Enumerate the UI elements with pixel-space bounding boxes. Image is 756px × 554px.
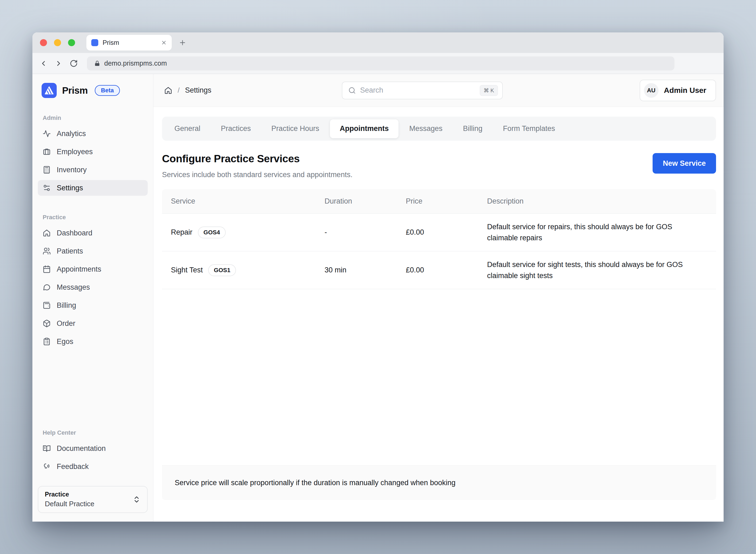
wallet-icon [43, 301, 51, 310]
section-label-help-center: Help Center [38, 429, 148, 436]
practice-selector-value: Default Practice [45, 500, 132, 508]
tab-billing[interactable]: Billing [453, 119, 492, 138]
settings-tabs: General Practices Practice Hours Appoint… [162, 117, 716, 141]
main-area: / Settings ⌘ K AU Admin User General Pra… [153, 74, 723, 521]
home-icon [43, 229, 51, 237]
table-header-row: Service Duration Price Description [162, 189, 716, 214]
tab-general[interactable]: General [165, 119, 210, 138]
column-duration: Duration [316, 197, 397, 206]
service-duration: 30 min [316, 266, 397, 274]
chevrons-up-down-icon [132, 495, 141, 503]
tab-form-templates[interactable]: Form Templates [493, 119, 565, 138]
user-menu-button[interactable]: AU Admin User [640, 79, 716, 101]
section-label-admin: Admin [38, 114, 148, 121]
service-description: Default service for repairs, this should… [478, 214, 692, 251]
sidebar-item-settings[interactable]: Settings [38, 180, 148, 196]
table-row[interactable]: Repair GOS4 - £0.00 Default service for … [162, 214, 716, 252]
sidebar-item-analytics[interactable]: Analytics [38, 126, 148, 142]
breadcrumb: / Settings [164, 86, 211, 95]
settings-content: General Practices Practice Hours Appoint… [153, 107, 723, 521]
clipboard-icon [43, 337, 51, 345]
main-header: / Settings ⌘ K AU Admin User [153, 74, 723, 107]
service-description: Default service for sight tests, this sh… [478, 252, 692, 288]
service-price: £0.00 [397, 228, 478, 236]
page-head: Configure Practice Services Services inc… [162, 153, 716, 179]
lock-icon [94, 60, 100, 67]
app-logo: Prism Beta [38, 82, 148, 98]
browser-tab-strip: Prism [33, 33, 723, 53]
service-name: Sight Test [171, 266, 203, 274]
app-name: Prism [62, 85, 88, 96]
tab-practices[interactable]: Practices [211, 119, 261, 138]
new-tab-icon[interactable] [179, 39, 186, 46]
table-row[interactable]: Sight Test GOS1 30 min £0.00 Default ser… [162, 252, 716, 289]
search-box[interactable]: ⌘ K [342, 81, 503, 99]
beta-badge: Beta [95, 85, 120, 96]
search-icon [348, 87, 356, 94]
tab-appointments[interactable]: Appointments [330, 119, 398, 138]
forward-icon[interactable] [55, 59, 63, 67]
tab-close-icon[interactable] [161, 40, 167, 46]
section-label-practice: Practice [38, 214, 148, 221]
avatar: AU [644, 83, 658, 98]
search-input[interactable] [360, 86, 476, 95]
column-service: Service [162, 197, 316, 206]
package-icon [43, 319, 51, 328]
sidebar-item-documentation[interactable]: Documentation [38, 441, 148, 456]
sliders-icon [43, 184, 51, 192]
back-icon[interactable] [40, 59, 48, 67]
search-shortcut-badge: ⌘ K [480, 85, 498, 96]
service-name: Repair [171, 228, 193, 236]
user-name: Admin User [664, 86, 706, 95]
service-price: £0.00 [397, 266, 478, 274]
sidebar-item-messages[interactable]: Messages [38, 279, 148, 295]
service-duration: - [316, 228, 397, 236]
book-open-icon [43, 444, 51, 452]
page-title: Configure Practice Services [162, 153, 353, 165]
practice-selector-label: Practice [45, 491, 132, 498]
prism-logo-icon [42, 83, 57, 98]
sidebar-item-order[interactable]: Order [38, 316, 148, 331]
pricing-note: Service price will scale proportionally … [162, 465, 716, 500]
message-icon [43, 283, 51, 291]
zoom-window-button[interactable] [68, 39, 75, 46]
browser-toolbar: demo.prismpms.com [33, 53, 723, 74]
close-window-button[interactable] [40, 39, 47, 46]
window-controls [40, 39, 75, 46]
favicon [91, 39, 98, 46]
browser-tab[interactable]: Prism [87, 35, 172, 51]
page-subtitle: Services include both standard services … [162, 170, 353, 179]
calendar-icon [43, 265, 51, 273]
address-bar[interactable]: demo.prismpms.com [87, 56, 674, 70]
breadcrumb-separator: / [178, 86, 179, 95]
browser-window: Prism demo.prismpms.com Prism Beta Admin [33, 33, 723, 521]
calculator-icon [43, 166, 51, 174]
tab-title: Prism [103, 39, 157, 46]
sidebar-item-feedback[interactable]: Feedback [38, 459, 148, 475]
column-price: Price [397, 197, 478, 206]
sidebar-item-billing[interactable]: Billing [38, 297, 148, 313]
sidebar-item-employees[interactable]: Employees [38, 144, 148, 160]
sidebar: Prism Beta Admin Analytics Employees Inv… [33, 74, 153, 521]
minimize-window-button[interactable] [54, 39, 61, 46]
feedback-icon [43, 462, 51, 470]
sidebar-item-inventory[interactable]: Inventory [38, 162, 148, 178]
sidebar-item-dashboard[interactable]: Dashboard [38, 225, 148, 241]
briefcase-icon [43, 148, 51, 156]
practice-selector[interactable]: Practice Default Practice [38, 486, 148, 513]
reload-icon[interactable] [70, 59, 78, 67]
activity-icon [43, 129, 51, 138]
breadcrumb-page: Settings [185, 86, 211, 95]
new-service-button[interactable]: New Service [653, 153, 716, 174]
sidebar-item-patients[interactable]: Patients [38, 243, 148, 259]
service-gos-badge: GOS1 [208, 264, 236, 276]
services-table: Service Duration Price Description Repai… [162, 189, 716, 289]
tab-practice-hours[interactable]: Practice Hours [262, 119, 329, 138]
sidebar-item-egos[interactable]: Egos [38, 334, 148, 349]
service-gos-badge: GOS4 [198, 226, 226, 238]
column-description: Description [478, 197, 716, 206]
sidebar-item-appointments[interactable]: Appointments [38, 261, 148, 277]
tab-messages[interactable]: Messages [399, 119, 452, 138]
breadcrumb-home-icon[interactable] [164, 87, 172, 95]
users-icon [43, 247, 51, 255]
